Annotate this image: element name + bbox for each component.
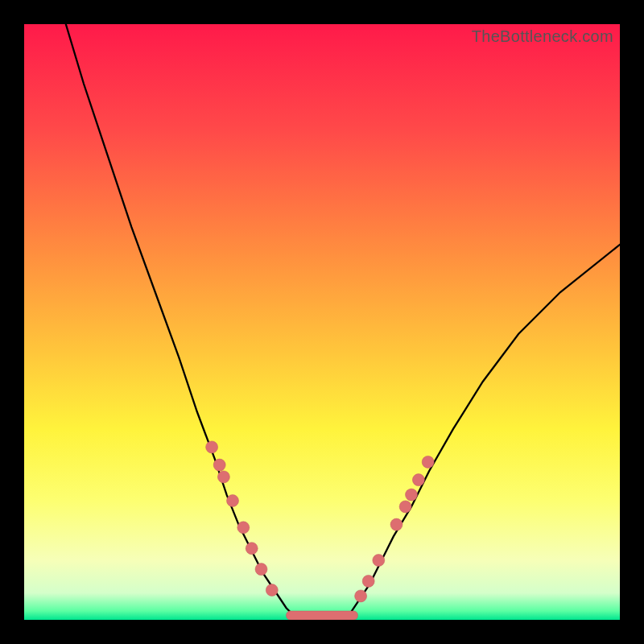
right-curve xyxy=(346,245,620,620)
chart-frame: TheBottleneck.com xyxy=(0,0,644,644)
marker-dot xyxy=(355,590,367,602)
marker-dot xyxy=(399,501,411,513)
flat-segment-bar xyxy=(287,611,358,620)
marker-dot xyxy=(206,441,218,453)
marker-dot xyxy=(217,471,229,483)
left-curve xyxy=(66,24,299,620)
marker-dot xyxy=(373,555,385,567)
marker-dot xyxy=(406,489,418,501)
markers-right xyxy=(355,456,435,602)
marker-dot xyxy=(362,575,374,587)
marker-dot xyxy=(266,584,278,597)
curves-layer xyxy=(24,24,620,620)
watermark-text: TheBottleneck.com xyxy=(472,27,613,46)
marker-dot xyxy=(390,518,402,530)
markers-left xyxy=(206,441,279,597)
marker-dot xyxy=(246,543,258,555)
plot-area: TheBottleneck.com xyxy=(24,24,620,620)
marker-dot xyxy=(255,564,267,576)
marker-dot xyxy=(213,459,225,471)
marker-dot xyxy=(422,456,434,468)
marker-dot xyxy=(227,495,239,507)
marker-dot xyxy=(237,522,250,534)
marker-dot xyxy=(412,474,424,486)
